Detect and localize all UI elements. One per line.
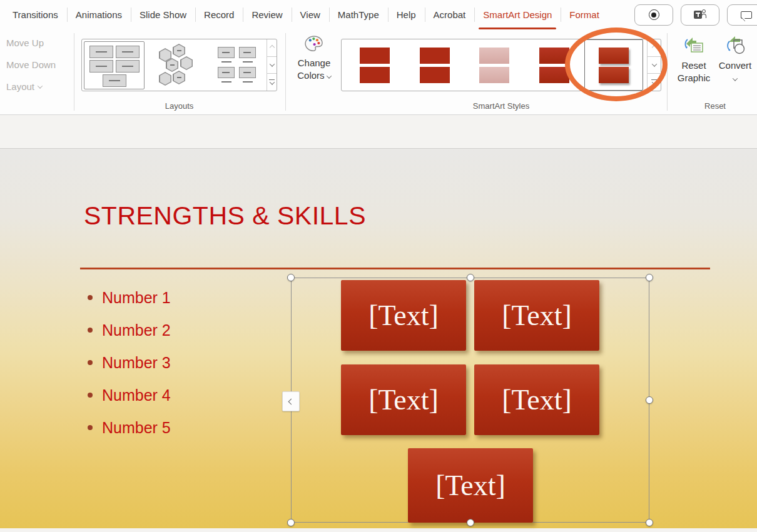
layout-thumbnail-pictures — [218, 44, 257, 86]
change-colors-button[interactable]: Change Colors — [290, 34, 338, 82]
tab-transitions[interactable]: Transitions — [4, 0, 67, 29]
bullet-item[interactable]: Number 1 — [88, 281, 171, 314]
tab-format[interactable]: Format — [561, 0, 608, 29]
layout-option-3[interactable] — [207, 41, 267, 89]
group-divider — [285, 33, 286, 111]
selection-handle-top-right[interactable] — [646, 274, 653, 281]
style-thumbnail — [479, 48, 509, 83]
comments-button[interactable] — [727, 4, 757, 26]
chevron-down-icon — [38, 83, 43, 88]
slide-canvas[interactable]: STRENGTHS & SKILLS Number 1 Number 2 Num… — [0, 148, 757, 528]
editing-workspace: STRENGTHS & SKILLS Number 1 Number 2 Num… — [0, 115, 757, 532]
ribbon-tab-bar: Transitions Animations Slide Show Record… — [0, 0, 757, 29]
smartart-shape-4[interactable]: [Text] — [474, 364, 599, 435]
bullet-item[interactable]: Number 4 — [88, 379, 171, 411]
selection-handle-top-left[interactable] — [287, 274, 295, 281]
teams-icon — [694, 9, 706, 20]
title-divider-line — [80, 268, 710, 269]
layout-option-1[interactable] — [84, 41, 145, 89]
styles-gallery-scrollbar — [647, 39, 661, 91]
smartart-style-option-1[interactable] — [345, 39, 404, 91]
styles-scroll-up-button[interactable] — [648, 39, 661, 56]
tab-record[interactable]: Record — [195, 0, 243, 29]
slide-title[interactable]: STRENGTHS & SKILLS — [84, 201, 366, 231]
bullet-item[interactable]: Number 3 — [88, 346, 171, 379]
tab-view[interactable]: View — [292, 0, 329, 29]
chevron-down-icon — [733, 76, 738, 81]
smartart-styles-group-label: SmartArt Styles — [341, 101, 661, 111]
chevron-down-icon — [269, 61, 274, 66]
quick-button-group — [634, 0, 757, 29]
chevron-down-icon — [269, 80, 274, 85]
layouts-gallery — [81, 39, 277, 91]
style-thumbnail — [599, 48, 629, 83]
layout-option-2[interactable] — [145, 41, 207, 89]
record-icon — [649, 9, 659, 20]
styles-scroll-down-button[interactable] — [648, 56, 661, 74]
bullet-item[interactable]: Number 5 — [88, 411, 171, 444]
group-divider — [74, 33, 74, 111]
smartart-style-option-3[interactable] — [465, 39, 524, 91]
tab-mathtype[interactable]: MathType — [329, 0, 388, 29]
bullet-list: Number 1 Number 2 Number 3 Number 4 Numb… — [88, 281, 171, 444]
record-button[interactable] — [634, 4, 673, 26]
tab-review[interactable]: Review — [243, 0, 291, 29]
chevron-left-icon — [288, 398, 294, 404]
chevron-up-icon — [269, 45, 274, 50]
layout-dropdown-button[interactable]: Layout — [6, 81, 42, 92]
chevron-up-icon — [651, 45, 656, 50]
tab-acrobat[interactable]: Acrobat — [425, 0, 475, 29]
ribbon: Move Up Move Down Layout — [0, 29, 757, 115]
style-thumbnail — [539, 48, 569, 83]
selection-handle-bottom-center[interactable] — [467, 519, 474, 526]
layout-thumbnail-grid — [86, 43, 143, 87]
tab-help[interactable]: Help — [388, 0, 425, 29]
comment-icon — [741, 11, 752, 19]
layouts-gallery-scrollbar — [267, 39, 277, 91]
style-thumbnail — [360, 48, 390, 83]
move-up-button[interactable]: Move Up — [6, 38, 44, 48]
layout-thumbnail-hexagons — [158, 43, 194, 87]
layouts-scroll-up-button[interactable] — [267, 39, 277, 56]
smartart-shape-2[interactable]: [Text] — [474, 280, 599, 351]
text-pane-toggle-button[interactable] — [282, 391, 300, 411]
group-divider — [667, 33, 668, 111]
tab-smartart-design[interactable]: SmartArt Design — [474, 0, 561, 29]
style-thumbnail — [420, 48, 450, 83]
selection-handle-top-center[interactable] — [467, 274, 474, 281]
chevron-down-icon — [327, 73, 332, 78]
layouts-group-label: Layouts — [81, 101, 277, 111]
smartart-style-option-5-selected[interactable] — [584, 39, 643, 91]
selection-handle-middle-right[interactable] — [646, 396, 653, 404]
tab-slide-show[interactable]: Slide Show — [131, 0, 195, 29]
move-down-button[interactable]: Move Down — [6, 59, 56, 70]
smartart-shape-1[interactable]: [Text] — [341, 280, 466, 351]
smartart-style-option-4[interactable] — [525, 39, 584, 91]
palette-icon — [304, 34, 324, 53]
layouts-scroll-down-button[interactable] — [267, 56, 277, 74]
bullet-item[interactable]: Number 2 — [88, 314, 171, 346]
chevron-down-icon — [651, 61, 656, 66]
teams-share-button[interactable] — [681, 4, 719, 26]
chevron-down-icon — [651, 80, 656, 85]
powerpoint-window: Transitions Animations Slide Show Record… — [0, 0, 757, 532]
tab-animations[interactable]: Animations — [67, 0, 131, 29]
selection-handle-bottom-right[interactable] — [646, 519, 653, 526]
selection-handle-bottom-left[interactable] — [287, 519, 295, 526]
reset-graphic-icon — [683, 34, 705, 56]
smartart-shape-5[interactable]: [Text] — [408, 448, 533, 523]
reset-group-label: Reset — [673, 101, 757, 111]
convert-dropdown-button[interactable]: Convert — [716, 34, 754, 84]
layouts-more-button[interactable] — [267, 73, 277, 91]
styles-more-button[interactable] — [648, 73, 661, 91]
smartart-shape-3[interactable]: [Text] — [341, 364, 466, 435]
smartart-styles-gallery — [341, 39, 661, 91]
smartart-style-option-2[interactable] — [405, 39, 464, 91]
convert-icon — [724, 34, 746, 56]
reset-graphic-button[interactable]: Reset Graphic — [673, 34, 714, 84]
